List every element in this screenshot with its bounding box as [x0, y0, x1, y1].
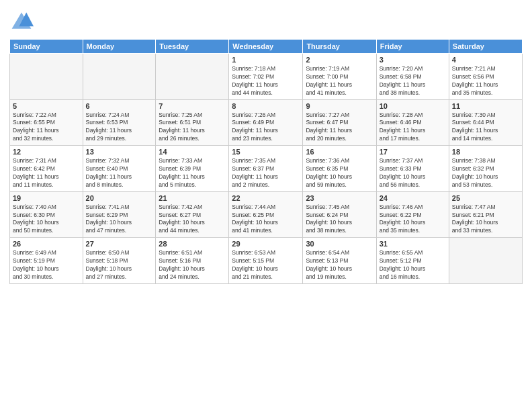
day-info: Sunrise: 7:46 AM Sunset: 6:22 PM Dayligh… [380, 203, 446, 236]
calendar-cell [83, 54, 156, 100]
day-number: 7 [159, 102, 226, 110]
calendar-cell: 28Sunrise: 6:51 AM Sunset: 5:16 PM Dayli… [156, 238, 229, 284]
day-info: Sunrise: 7:27 AM Sunset: 6:47 PM Dayligh… [306, 111, 373, 144]
day-info: Sunrise: 6:49 AM Sunset: 5:19 PM Dayligh… [13, 249, 80, 281]
day-number: 20 [86, 194, 153, 202]
day-number: 21 [159, 194, 226, 202]
day-info: Sunrise: 6:53 AM Sunset: 5:15 PM Dayligh… [232, 249, 300, 281]
day-info: Sunrise: 7:30 AM Sunset: 6:44 PM Dayligh… [452, 111, 519, 144]
day-number: 22 [232, 194, 300, 202]
day-info: Sunrise: 7:20 AM Sunset: 6:58 PM Dayligh… [380, 65, 446, 97]
day-info: Sunrise: 7:45 AM Sunset: 6:24 PM Dayligh… [306, 203, 373, 236]
calendar-cell [449, 238, 522, 284]
calendar-cell: 16Sunrise: 7:36 AM Sunset: 6:35 PM Dayli… [303, 146, 376, 192]
header [9, 7, 523, 34]
calendar-cell [156, 54, 229, 100]
day-number: 11 [452, 102, 519, 110]
day-number: 18 [452, 148, 519, 156]
day-number: 16 [306, 148, 373, 156]
calendar-cell: 19Sunrise: 7:40 AM Sunset: 6:30 PM Dayli… [10, 191, 83, 238]
day-number: 23 [306, 194, 373, 202]
day-info: Sunrise: 7:25 AM Sunset: 6:51 PM Dayligh… [159, 111, 226, 144]
day-number: 19 [13, 194, 80, 202]
calendar-table: SundayMondayTuesdayWednesdayThursdayFrid… [9, 39, 523, 284]
day-info: Sunrise: 6:51 AM Sunset: 5:16 PM Dayligh… [159, 249, 226, 281]
col-header-tuesday: Tuesday [156, 40, 229, 54]
day-info: Sunrise: 7:38 AM Sunset: 6:32 PM Dayligh… [452, 157, 519, 189]
day-info: Sunrise: 7:32 AM Sunset: 6:40 PM Dayligh… [86, 157, 153, 189]
day-info: Sunrise: 7:28 AM Sunset: 6:46 PM Dayligh… [380, 111, 446, 144]
day-info: Sunrise: 7:35 AM Sunset: 6:37 PM Dayligh… [232, 157, 300, 189]
calendar-cell: 24Sunrise: 7:46 AM Sunset: 6:22 PM Dayli… [376, 191, 449, 238]
calendar-cell: 17Sunrise: 7:37 AM Sunset: 6:33 PM Dayli… [376, 146, 449, 192]
day-info: Sunrise: 7:36 AM Sunset: 6:35 PM Dayligh… [306, 157, 373, 189]
day-number: 24 [380, 194, 446, 202]
day-number: 13 [86, 148, 153, 156]
calendar-cell: 21Sunrise: 7:42 AM Sunset: 6:27 PM Dayli… [156, 191, 229, 238]
calendar-cell: 14Sunrise: 7:33 AM Sunset: 6:39 PM Dayli… [156, 146, 229, 192]
calendar-cell: 27Sunrise: 6:50 AM Sunset: 5:18 PM Dayli… [83, 238, 156, 284]
day-info: Sunrise: 6:55 AM Sunset: 5:12 PM Dayligh… [380, 249, 446, 281]
col-header-monday: Monday [83, 40, 156, 54]
day-info: Sunrise: 7:24 AM Sunset: 6:53 PM Dayligh… [86, 111, 153, 144]
day-info: Sunrise: 7:33 AM Sunset: 6:39 PM Dayligh… [159, 157, 226, 189]
col-header-saturday: Saturday [449, 40, 522, 54]
day-info: Sunrise: 7:21 AM Sunset: 6:56 PM Dayligh… [452, 65, 519, 97]
calendar-cell: 2Sunrise: 7:19 AM Sunset: 7:00 PM Daylig… [303, 54, 376, 100]
calendar-cell: 23Sunrise: 7:45 AM Sunset: 6:24 PM Dayli… [303, 191, 376, 238]
calendar-cell: 29Sunrise: 6:53 AM Sunset: 5:15 PM Dayli… [229, 238, 303, 284]
col-header-sunday: Sunday [10, 40, 83, 54]
page: SundayMondayTuesdayWednesdayThursdayFrid… [0, 0, 532, 411]
day-number: 8 [232, 102, 300, 110]
calendar-week-row-2: 5Sunrise: 7:22 AM Sunset: 6:55 PM Daylig… [10, 99, 523, 146]
day-number: 3 [380, 56, 446, 64]
calendar-cell: 6Sunrise: 7:24 AM Sunset: 6:53 PM Daylig… [83, 99, 156, 146]
day-number: 26 [13, 240, 80, 248]
day-info: Sunrise: 7:22 AM Sunset: 6:55 PM Dayligh… [13, 111, 80, 144]
calendar-cell: 25Sunrise: 7:47 AM Sunset: 6:21 PM Dayli… [449, 191, 522, 238]
calendar-cell: 13Sunrise: 7:32 AM Sunset: 6:40 PM Dayli… [83, 146, 156, 192]
calendar-cell: 15Sunrise: 7:35 AM Sunset: 6:37 PM Dayli… [229, 146, 303, 192]
day-info: Sunrise: 7:18 AM Sunset: 7:02 PM Dayligh… [232, 65, 300, 97]
calendar-cell: 4Sunrise: 7:21 AM Sunset: 6:56 PM Daylig… [449, 54, 522, 100]
calendar-cell: 10Sunrise: 7:28 AM Sunset: 6:46 PM Dayli… [376, 99, 449, 146]
day-number: 2 [306, 56, 373, 64]
day-info: Sunrise: 7:40 AM Sunset: 6:30 PM Dayligh… [13, 203, 80, 236]
calendar-cell: 7Sunrise: 7:25 AM Sunset: 6:51 PM Daylig… [156, 99, 229, 146]
calendar-week-row-4: 19Sunrise: 7:40 AM Sunset: 6:30 PM Dayli… [10, 191, 523, 238]
calendar-cell [10, 54, 83, 100]
calendar-cell: 12Sunrise: 7:31 AM Sunset: 6:42 PM Dayli… [10, 146, 83, 192]
day-number: 17 [380, 148, 446, 156]
day-number: 12 [13, 148, 80, 156]
day-info: Sunrise: 7:44 AM Sunset: 6:25 PM Dayligh… [232, 203, 300, 236]
col-header-friday: Friday [376, 40, 449, 54]
col-header-thursday: Thursday [303, 40, 376, 54]
day-info: Sunrise: 6:50 AM Sunset: 5:18 PM Dayligh… [86, 249, 153, 281]
day-info: Sunrise: 6:54 AM Sunset: 5:13 PM Dayligh… [306, 249, 373, 281]
calendar-cell: 8Sunrise: 7:26 AM Sunset: 6:49 PM Daylig… [229, 99, 303, 146]
day-info: Sunrise: 7:31 AM Sunset: 6:42 PM Dayligh… [13, 157, 80, 189]
day-number: 29 [232, 240, 300, 248]
day-number: 4 [452, 56, 519, 64]
calendar-cell: 20Sunrise: 7:41 AM Sunset: 6:29 PM Dayli… [83, 191, 156, 238]
calendar-cell: 11Sunrise: 7:30 AM Sunset: 6:44 PM Dayli… [449, 99, 522, 146]
day-number: 1 [232, 56, 300, 64]
calendar-cell: 30Sunrise: 6:54 AM Sunset: 5:13 PM Dayli… [303, 238, 376, 284]
day-info: Sunrise: 7:26 AM Sunset: 6:49 PM Dayligh… [232, 111, 300, 144]
calendar-header-row: SundayMondayTuesdayWednesdayThursdayFrid… [10, 40, 523, 54]
calendar-cell: 18Sunrise: 7:38 AM Sunset: 6:32 PM Dayli… [449, 146, 522, 192]
day-number: 31 [380, 240, 446, 248]
calendar-cell: 9Sunrise: 7:27 AM Sunset: 6:47 PM Daylig… [303, 99, 376, 146]
logo-icon [9, 9, 34, 34]
day-number: 9 [306, 102, 373, 110]
calendar-cell: 1Sunrise: 7:18 AM Sunset: 7:02 PM Daylig… [229, 54, 303, 100]
col-header-wednesday: Wednesday [229, 40, 303, 54]
calendar-week-row-1: 1Sunrise: 7:18 AM Sunset: 7:02 PM Daylig… [10, 54, 523, 100]
calendar-cell: 5Sunrise: 7:22 AM Sunset: 6:55 PM Daylig… [10, 99, 83, 146]
calendar-week-row-3: 12Sunrise: 7:31 AM Sunset: 6:42 PM Dayli… [10, 146, 523, 192]
day-number: 5 [13, 102, 80, 110]
calendar-cell: 3Sunrise: 7:20 AM Sunset: 6:58 PM Daylig… [376, 54, 449, 100]
day-number: 15 [232, 148, 300, 156]
day-number: 10 [380, 102, 446, 110]
calendar-cell: 22Sunrise: 7:44 AM Sunset: 6:25 PM Dayli… [229, 191, 303, 238]
